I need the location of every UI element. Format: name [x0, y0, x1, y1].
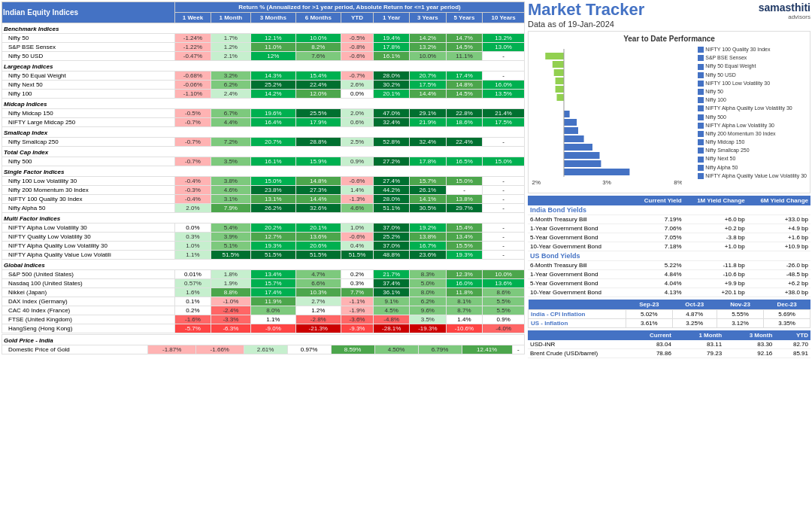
- cell-value: 0.01%: [175, 270, 211, 279]
- cell-value: 12%: [250, 52, 295, 61]
- section-header: Benchmark Indices: [2, 23, 525, 34]
- cell-value: 5.1%: [211, 242, 250, 251]
- cell-value: 0.0%: [341, 90, 374, 99]
- cell-value: 19.2%: [410, 224, 447, 233]
- cell-value: 25.5%: [295, 109, 341, 118]
- table-row: DAX Index (Germany)0.1%-1.0%11.9%2.7%-1.…: [2, 297, 525, 306]
- bar: [564, 144, 592, 151]
- inflation-cell: 5.69%: [764, 310, 810, 319]
- cell-value: -0.4%: [175, 177, 211, 186]
- inflation-row: India - CPI Inflation5.02%4.87%5.55%5.69…: [529, 310, 810, 319]
- inflation-name: US - Inflation: [529, 319, 626, 328]
- bond-cell: +1.0 bp: [684, 242, 747, 251]
- inflation-cell: 3.35%: [764, 319, 810, 328]
- cell-value: 1.1%: [250, 315, 295, 324]
- gold-section-header: Gold Price - India: [2, 335, 525, 345]
- bond-cell: -3.8 bp: [684, 233, 747, 242]
- cell-value: -1.0%: [211, 297, 250, 306]
- cell-value: 0.9%: [341, 157, 374, 166]
- col-1month: 1 Month: [211, 13, 250, 23]
- cell-value: 37.0%: [374, 224, 410, 233]
- cell-value: 27.3%: [295, 186, 341, 195]
- table-row: Nifty 50 Equal Weight-0.68%3.2%14.3%15.4…: [2, 71, 525, 81]
- bonds-1m-header: 1M Yield Change: [684, 196, 747, 205]
- ytd-bar-chart: -2%3%8%: [532, 45, 682, 188]
- cell-value: 23.8%: [250, 186, 295, 195]
- cell-value: -: [483, 186, 525, 195]
- index-name: DAX Index (Germany): [2, 297, 175, 306]
- cell-value: -1.6%: [175, 315, 211, 324]
- cell-value: 13.2%: [410, 43, 447, 52]
- table-title: Indian Equity Indices: [2, 2, 175, 23]
- bar: [564, 152, 600, 159]
- cell-value: -: [483, 224, 525, 233]
- cell-value: 32.4%: [410, 138, 447, 147]
- cell-value: 2.7%: [295, 297, 341, 306]
- index-name: NIFTY 100 Quality 30 Index: [2, 195, 175, 204]
- cell-value: 7.6%: [295, 52, 341, 61]
- cell-value: -: [483, 204, 525, 213]
- index-name: S&P BSE Sensex: [2, 43, 175, 52]
- cell-value: 17.8%: [410, 157, 447, 166]
- cell-value: 26.2%: [250, 204, 295, 213]
- table-row: NIFTY Quality Low Volatility 300.3%3.9%1…: [2, 233, 525, 242]
- bond-cell: +9.9 bp: [684, 279, 747, 288]
- legend-item: Nifty 100: [698, 96, 807, 104]
- index-name: Nifty 50 USD: [2, 52, 175, 61]
- cell-value: -0.7%: [175, 118, 211, 127]
- bond-row: 5-Year Government Bond7.05%-3.8 bp+1.6 b…: [528, 233, 810, 242]
- cell-value: 44.2%: [374, 186, 410, 195]
- inflation-name-col: [529, 300, 626, 310]
- forex-col-header: 3 Month: [724, 330, 774, 340]
- gold-cell: -1.87%: [148, 345, 196, 354]
- cell-value: 19.3%: [250, 242, 295, 251]
- bond-cell: +0.2 bp: [684, 224, 747, 233]
- gold-section: Gold Price - India Domestic Price of Gol…: [2, 334, 525, 354]
- cell-value: 8.8%: [211, 288, 250, 297]
- cell-value: 12.0%: [295, 90, 341, 99]
- table-row: CAC 40 Index (France)0.2%-2.4%8.0%1.2%-1…: [2, 306, 525, 315]
- right-header: Market Tracker Data as of 19-Jan-2024 sa…: [528, 2, 810, 29]
- date-line: Data as of 19-Jan-2024: [528, 20, 644, 29]
- bond-cell: 5-Year Government Bond: [528, 279, 633, 288]
- index-name: Nifty Smallcap 250: [2, 138, 175, 147]
- cell-value: -9.3%: [341, 324, 374, 333]
- table-row: Nasdaq 100 (United States)0.57%1.9%15.7%…: [2, 279, 525, 288]
- inflation-section: Sep-23Oct-23Nov-23Dec-23 India - CPI Inf…: [528, 300, 810, 328]
- cell-value: 15.4%: [295, 71, 341, 81]
- cell-value: 15.0%: [446, 177, 483, 186]
- forex-cell: 83.30: [724, 340, 774, 349]
- cell-value: 14.5%: [446, 90, 483, 99]
- cell-value: 20.7%: [410, 71, 447, 81]
- return-header: Return % (Annualized for >1 year period,…: [175, 2, 525, 13]
- cell-value: 10.0%: [483, 270, 525, 279]
- forex-cell: 92.16: [724, 349, 774, 358]
- col-1week: 1 Week: [175, 13, 211, 23]
- inflation-col-header: Nov-23: [717, 300, 764, 310]
- gold-table: Gold Price - India Domestic Price of Gol…: [2, 334, 525, 354]
- cell-value: 4.4%: [211, 118, 250, 127]
- cell-value: 16.4%: [250, 118, 295, 127]
- table-row: S&P BSE Sensex-1.22%1.2%11.0%8.2%-0.8%17…: [2, 43, 525, 52]
- equity-table: Indian Equity Indices Return % (Annualiz…: [2, 2, 525, 333]
- cell-value: 13.8%: [446, 195, 483, 204]
- cell-value: 26.1%: [410, 186, 447, 195]
- cell-value: -0.06%: [175, 81, 211, 90]
- cell-value: 4.6%: [211, 186, 250, 195]
- col-5years: 5 Years: [446, 13, 483, 23]
- index-name: Nifty 200 Momentum 30 Index: [2, 186, 175, 195]
- cell-value: 18.6%: [446, 118, 483, 127]
- cell-value: 23.6%: [410, 251, 447, 260]
- cell-value: 8.0%: [410, 288, 447, 297]
- bond-cell: +20.1 bp: [684, 288, 747, 297]
- forex-name: USD-INR: [528, 340, 626, 349]
- cell-value: 30.2%: [374, 81, 410, 90]
- cell-value: 52.8%: [374, 138, 410, 147]
- index-name: Nifty Alpha 50: [2, 204, 175, 213]
- forex-row: USD-INR83.0483.1183.3082.70: [528, 340, 810, 349]
- bar: [556, 86, 564, 93]
- cell-value: 0.1%: [175, 297, 211, 306]
- cell-value: 0.57%: [175, 279, 211, 288]
- cell-value: 8.6%: [483, 288, 525, 297]
- cell-value: 37.0%: [374, 242, 410, 251]
